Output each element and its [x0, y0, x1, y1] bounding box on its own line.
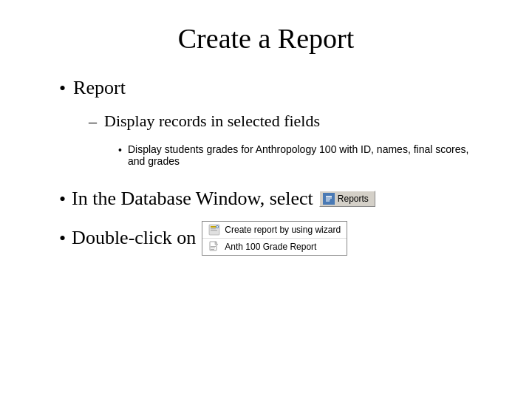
bullet-dot-sm-1: •: [118, 143, 122, 158]
wizard-row-1[interactable]: Create report by using wizard: [202, 222, 347, 239]
svg-rect-15: [211, 248, 215, 248]
bullet-report-text: Report: [73, 77, 126, 99]
bullet-display-records: – Display records in selected fields: [59, 112, 488, 133]
content-area: • Report – Display records in selected f…: [44, 77, 488, 260]
bullet-dot-1: •: [59, 77, 66, 100]
slide-title: Create a Report: [44, 22, 488, 55]
bullet-display-students-text: Display students grades for Anthropology…: [128, 143, 488, 167]
svg-rect-8: [211, 230, 217, 231]
svg-rect-16: [211, 249, 214, 250]
bullet-display-records-text: Display records in selected fields: [104, 112, 320, 131]
svg-rect-1: [326, 196, 332, 197]
slide: Create a Report • Report – Display recor…: [0, 0, 532, 399]
wizard-row-2[interactable]: Anth 100 Grade Report: [202, 239, 347, 255]
bullet-dot-2: •: [59, 188, 66, 211]
svg-rect-7: [211, 228, 216, 229]
wizard-icon-magic: [208, 224, 220, 236]
svg-rect-3: [326, 200, 330, 200]
svg-rect-2: [326, 198, 332, 199]
wizard-row-2-label: Anth 100 Grade Report: [225, 242, 316, 252]
wizard-icon-doc: [208, 241, 220, 253]
bullet-display-students: • Display students grades for Anthropolo…: [59, 143, 488, 167]
bullet-database-text: In the Database Window, select: [72, 188, 313, 210]
reports-button[interactable]: Reports: [319, 191, 375, 207]
svg-rect-14: [211, 246, 216, 247]
reports-button-icon: [323, 193, 335, 205]
svg-rect-4: [326, 201, 330, 202]
bullet-database-window: • In the Database Window, select Reports: [59, 188, 488, 211]
bullet-dot-3: •: [59, 227, 66, 250]
bullet-report: • Report: [59, 77, 488, 100]
reports-icon-svg: [324, 194, 333, 203]
wizard-row-1-label: Create report by using wizard: [225, 225, 341, 235]
bottom-bullets: • In the Database Window, select Reports: [59, 188, 488, 260]
wizard-popup: Create report by using wizard: [202, 221, 347, 256]
bullet-doubleclick-text: Double-click on: [72, 227, 196, 249]
bullet-dash-1: –: [89, 112, 97, 133]
reports-btn-label: Reports: [338, 194, 369, 204]
bullet-double-click: • Double-click on: [59, 221, 488, 256]
